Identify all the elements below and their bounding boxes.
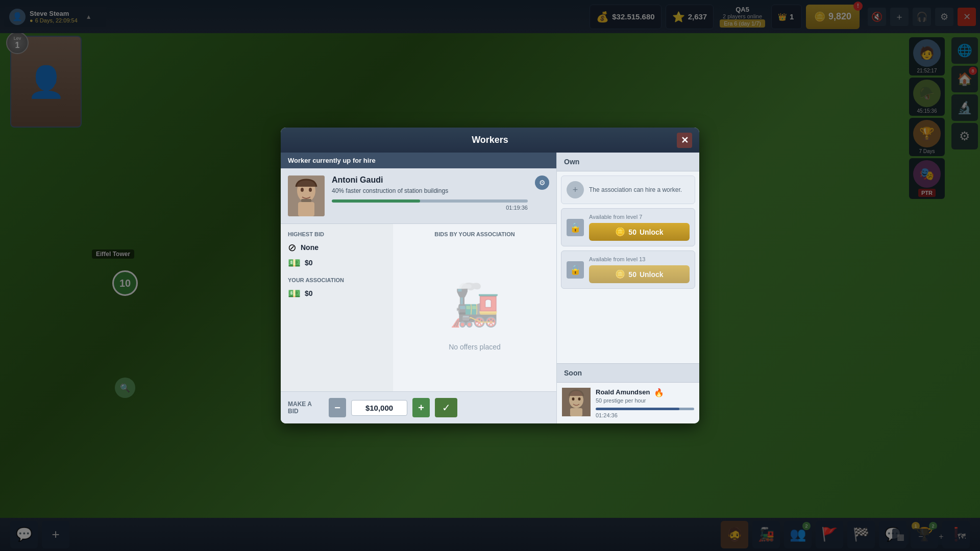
no-bids-area: 🚂 No offers placed bbox=[400, 241, 549, 384]
locked-item-level7: 🔒 Available from level 7 🪙 50 Unlock bbox=[561, 208, 695, 246]
bid-right: BIDS BY YOUR ASSOCIATION 🚂 No offers pla… bbox=[393, 224, 556, 391]
unlock-button-2[interactable]: 🪙 50 Unlock bbox=[589, 265, 690, 283]
modal-close-button[interactable]: ✕ bbox=[677, 133, 692, 148]
soon-header: Soon bbox=[557, 363, 699, 383]
modal-header: Workers ✕ bbox=[281, 128, 699, 153]
worker-description: 40% faster construction of station build… bbox=[332, 187, 528, 195]
assoc-hire-icon: + bbox=[567, 181, 584, 198]
svg-rect-10 bbox=[570, 408, 582, 416]
unlock-cost-2: 50 bbox=[628, 270, 636, 279]
unlock-label-1: Unlock bbox=[640, 228, 664, 236]
soon-item-amundsen: Roald Amundsen 🔥 50 prestige per hour 01… bbox=[557, 383, 699, 423]
worker-hire-header: Worker currently up for hire bbox=[281, 153, 556, 168]
highest-bid-label: HIGHEST BID bbox=[288, 231, 386, 237]
bid-plus-button[interactable]: + bbox=[412, 398, 430, 417]
soon-timer-fill bbox=[596, 408, 679, 410]
locked-item-level13: 🔒 Available from level 13 🪙 50 Unlock bbox=[561, 251, 695, 289]
highest-bid-row: ⊘ None bbox=[288, 241, 386, 254]
money-bid-icon: 💵 bbox=[288, 257, 301, 269]
no-bids-text: No offers placed bbox=[449, 343, 501, 351]
svg-point-2 bbox=[301, 188, 304, 192]
svg-rect-4 bbox=[298, 202, 314, 216]
train-illustration: 🚂 bbox=[434, 274, 516, 336]
highest-bidder: None bbox=[301, 243, 318, 252]
soon-timer-bar bbox=[596, 408, 694, 410]
modal-overlay: Workers ✕ Worker currently up for hire bbox=[0, 0, 980, 551]
svg-point-8 bbox=[572, 397, 575, 400]
worker-card: Antoni Gaudi 40% faster construction of … bbox=[281, 168, 556, 224]
worker-timer-fill bbox=[332, 199, 420, 203]
assoc-bid-amount: $0 bbox=[305, 289, 313, 297]
lock-icon-2: 🔒 bbox=[567, 261, 584, 279]
soon-worker-desc: 50 prestige per hour bbox=[596, 397, 694, 404]
svg-point-3 bbox=[309, 188, 312, 192]
bids-by-assoc-label: BIDS BY YOUR ASSOCIATION bbox=[434, 231, 514, 237]
soon-worker-icon: 🔥 bbox=[654, 388, 664, 397]
assoc-money-icon: 💵 bbox=[288, 287, 301, 299]
worker-name: Antoni Gaudi bbox=[332, 176, 528, 185]
unlock-coin-icon-2: 🪙 bbox=[615, 269, 625, 279]
assoc-bid-row: 💵 $0 bbox=[288, 287, 386, 299]
worker-timer-bar bbox=[332, 199, 528, 203]
worker-info: Antoni Gaudi 40% faster construction of … bbox=[332, 176, 528, 211]
soon-worker-portrait bbox=[562, 388, 591, 416]
locked-item-2-info: Available from level 13 🪙 50 Unlock bbox=[589, 256, 690, 283]
own-list: + The association can hire a worker. 🔒 A… bbox=[557, 171, 699, 363]
highest-bid-amount: $0 bbox=[305, 259, 313, 267]
assoc-bid-label: YOUR ASSOCIATION bbox=[288, 277, 386, 283]
modal-title: Workers bbox=[472, 135, 508, 145]
modal-right-panel: Own + The association can hire a worker.… bbox=[556, 153, 699, 423]
modal-body: Worker currently up for hire bbox=[281, 153, 699, 423]
bid-left: HIGHEST BID ⊘ None 💵 $0 YOUR ASSOCIATION… bbox=[281, 224, 393, 391]
assoc-hire-text: The association can hire a worker. bbox=[589, 186, 682, 194]
bid-amount-input[interactable] bbox=[351, 400, 407, 416]
bid-confirm-button[interactable]: ✓ bbox=[435, 398, 457, 417]
unlock-button-1[interactable]: 🪙 50 Unlock bbox=[589, 223, 690, 241]
locked-level-7: Available from level 7 bbox=[589, 214, 690, 220]
lock-icon-1: 🔒 bbox=[567, 219, 584, 236]
highest-bid-amount-row: 💵 $0 bbox=[288, 257, 386, 269]
soon-worker-info: Roald Amundsen 🔥 50 prestige per hour 01… bbox=[596, 388, 694, 418]
unlock-coin-icon-1: 🪙 bbox=[615, 227, 625, 237]
soon-timer-text: 01:24:36 bbox=[596, 412, 694, 418]
own-item-assoc: + The association can hire a worker. bbox=[561, 176, 695, 204]
locked-item-1-info: Available from level 7 🪙 50 Unlock bbox=[589, 214, 690, 241]
own-header: Own bbox=[557, 153, 699, 171]
worker-special-icon: ⚙ bbox=[535, 176, 549, 190]
make-bid-label: MAKE A BID bbox=[288, 400, 324, 415]
unlock-label-2: Unlock bbox=[640, 270, 664, 279]
unlock-cost-1: 50 bbox=[628, 228, 636, 236]
modal-left-panel: Worker currently up for hire bbox=[281, 153, 556, 423]
worker-portrait bbox=[288, 176, 325, 216]
locked-level-13: Available from level 13 bbox=[589, 256, 690, 262]
bid-section: HIGHEST BID ⊘ None 💵 $0 YOUR ASSOCIATION… bbox=[281, 224, 556, 391]
workers-modal: Workers ✕ Worker currently up for hire bbox=[281, 128, 699, 423]
svg-point-9 bbox=[578, 397, 581, 400]
soon-worker-name: Roald Amundsen bbox=[596, 388, 650, 396]
svg-rect-5 bbox=[301, 199, 311, 202]
make-bid-section: MAKE A BID − + ✓ bbox=[281, 391, 556, 423]
bid-minus-button[interactable]: − bbox=[329, 398, 346, 417]
worker-timer: 01:19:36 bbox=[332, 205, 528, 211]
no-bid-icon: ⊘ bbox=[288, 241, 297, 254]
